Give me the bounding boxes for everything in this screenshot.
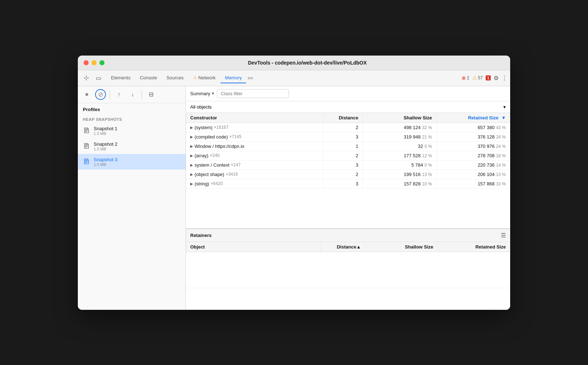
summary-select[interactable]: Summary ▾ bbox=[190, 91, 214, 96]
retained-pct: 43 % bbox=[496, 125, 506, 130]
sort-desc-icon: ▼ bbox=[501, 115, 506, 120]
constructor-cell: ▶ system / Context ×147 bbox=[186, 160, 324, 170]
shallow-size-cell: 177 52812 % bbox=[363, 151, 437, 160]
count-text: ×16167 bbox=[214, 125, 228, 130]
tab-sources[interactable]: Sources bbox=[162, 73, 188, 83]
retained-size-cell: 157 86810 % bbox=[436, 179, 510, 188]
warning-icon: ⚠ bbox=[472, 75, 477, 81]
tab-memory[interactable]: Memory bbox=[220, 73, 246, 83]
maximize-button[interactable] bbox=[99, 60, 104, 65]
heap-table: Constructor Distance Shallow Size Retain… bbox=[186, 113, 510, 189]
device-toolbar-icon[interactable]: ▭ bbox=[93, 72, 104, 83]
snapshot-icon-1: 🖹 bbox=[83, 127, 90, 135]
constructor-name: Window / https://cdpn.io bbox=[195, 144, 244, 149]
snapshot-2-name: Snapshot 2 bbox=[94, 141, 117, 147]
constructor-cell: ▶ (string) ×6420 bbox=[186, 179, 324, 188]
retained-pct: 13 % bbox=[496, 172, 506, 177]
traffic-lights bbox=[84, 60, 104, 65]
retained-pct: 24 % bbox=[496, 135, 506, 140]
distance-cell: 2 bbox=[324, 123, 363, 132]
toolbar-right: ⊗ 2 ⚠ 57 1 ⚙ ⋮ bbox=[462, 75, 507, 82]
expand-icon[interactable]: ▶ bbox=[190, 135, 193, 139]
expand-icon[interactable]: ▶ bbox=[190, 182, 193, 186]
snapshot-item-1[interactable]: 🖹 Snapshot 1 1.5 MB bbox=[78, 123, 186, 138]
expand-icon[interactable]: ▶ bbox=[190, 172, 193, 176]
toolbar-tabs: Elements Console Sources ⚠ Network Memor… bbox=[107, 73, 246, 83]
count-text: ×147 bbox=[231, 162, 241, 167]
devtools-window: DevTools - codepen.io/web-dot-dev/live/P… bbox=[78, 56, 510, 310]
tab-network[interactable]: ⚠ Network bbox=[189, 73, 220, 83]
col-ret-distance[interactable]: Distance▲ bbox=[321, 242, 365, 252]
snapshot-3-size: 1.5 MB bbox=[94, 162, 117, 167]
shallow-size-cell: 157 82810 % bbox=[363, 179, 437, 188]
retainers-table: Object Distance▲ Shallow Size Retained S… bbox=[186, 242, 510, 288]
table-row[interactable]: ▶ system / Context ×147 3 5 7840 % 220 7… bbox=[186, 160, 510, 170]
retained-size-cell: 376 12824 % bbox=[436, 132, 510, 141]
count-text: ×6420 bbox=[210, 181, 223, 186]
tab-elements[interactable]: Elements bbox=[107, 73, 135, 83]
expand-icon[interactable]: ▶ bbox=[190, 163, 193, 167]
table-row[interactable]: ▶ (array) ×240 2 177 52812 % 278 70818 % bbox=[186, 151, 510, 160]
settings-icon[interactable]: ⚙ bbox=[494, 75, 499, 82]
distance-cell: 1 bbox=[324, 141, 363, 151]
count-text: ×7145 bbox=[230, 134, 242, 139]
table-row[interactable]: ▶ (string) ×6420 3 157 82810 % 157 86810… bbox=[186, 179, 510, 188]
all-objects-label: All objects bbox=[190, 104, 211, 110]
expand-icon[interactable]: ▶ bbox=[190, 144, 193, 148]
col-constructor[interactable]: Constructor bbox=[186, 113, 324, 123]
heap-table-container: Constructor Distance Shallow Size Retain… bbox=[186, 113, 510, 228]
snapshot-item-3[interactable]: 🖹 Snapshot 3 1.5 MB bbox=[78, 154, 186, 170]
table-row[interactable]: ▶ Window / https://cdpn.io 1 320 % 370 9… bbox=[186, 141, 510, 151]
distance-cell: 2 bbox=[324, 170, 363, 179]
main-content: ● ⊘ ↑ ↓ ⊟ Profiles HEAP SNAPSHOTS 🖹 Snap… bbox=[78, 86, 510, 310]
retained-pct: 14 % bbox=[496, 163, 506, 168]
table-row[interactable]: ▶ (object shape) ×3416 2 199 51613 % 206… bbox=[186, 170, 510, 179]
distance-cell: 3 bbox=[324, 132, 363, 141]
col-shallow-size[interactable]: Shallow Size bbox=[363, 113, 437, 123]
right-panel: Summary ▾ All objects ▾ Constructor Dist… bbox=[186, 86, 510, 310]
snapshot-3-name: Snapshot 3 bbox=[94, 157, 117, 162]
all-objects-dropdown-icon: ▾ bbox=[503, 104, 506, 110]
tab-console[interactable]: Console bbox=[135, 73, 161, 83]
constructor-name: system / Context bbox=[195, 162, 230, 168]
window-title: DevTools - codepen.io/web-dot-dev/live/P… bbox=[110, 60, 504, 66]
title-bar: DevTools - codepen.io/web-dot-dev/live/P… bbox=[78, 56, 510, 70]
inspector-icon[interactable]: ⊹ bbox=[81, 72, 92, 83]
summary-dropdown-icon: ▾ bbox=[212, 91, 214, 96]
upload-button[interactable]: ↑ bbox=[113, 89, 124, 100]
warning-badge: ⚠ 57 bbox=[472, 75, 483, 81]
shallow-size-cell: 498 12432 % bbox=[363, 123, 437, 132]
retainers-empty-row bbox=[186, 252, 510, 288]
col-ret-retained-size[interactable]: Retained Size bbox=[438, 242, 510, 252]
class-filter-input[interactable] bbox=[217, 89, 289, 98]
more-tabs-button[interactable]: >> bbox=[248, 75, 253, 81]
col-ret-shallow-size[interactable]: Shallow Size bbox=[365, 242, 438, 252]
toolbar-divider-2 bbox=[142, 90, 142, 99]
table-row[interactable]: ▶ (compiled code) ×7145 3 319 94821 % 37… bbox=[186, 132, 510, 141]
download-button[interactable]: ↓ bbox=[127, 89, 138, 100]
panel-toolbar: Summary ▾ bbox=[186, 86, 510, 101]
all-objects-bar[interactable]: All objects ▾ bbox=[186, 101, 510, 113]
expand-icon[interactable]: ▶ bbox=[190, 126, 193, 129]
shallow-pct: 32 % bbox=[422, 125, 432, 130]
shallow-pct: 10 % bbox=[422, 181, 432, 186]
snapshot-item-2[interactable]: 🖹 Snapshot 2 1.5 MB bbox=[78, 138, 186, 154]
snapshot-1-size: 1.5 MB bbox=[94, 131, 117, 136]
close-button[interactable] bbox=[84, 60, 89, 65]
shallow-size-cell: 320 % bbox=[363, 141, 437, 151]
retainers-menu-icon[interactable]: ☰ bbox=[501, 232, 506, 239]
clear-button[interactable]: ⊘ bbox=[95, 89, 106, 100]
record-button[interactable]: ● bbox=[81, 89, 92, 100]
shallow-size-cell: 5 7840 % bbox=[363, 160, 437, 170]
col-retained-size[interactable]: Retained Size ▼ bbox=[436, 113, 510, 123]
clear-all-button[interactable]: ⊟ bbox=[146, 89, 156, 100]
col-distance[interactable]: Distance bbox=[324, 113, 363, 123]
col-object[interactable]: Object bbox=[186, 242, 321, 252]
retained-size-cell: 206 10413 % bbox=[436, 170, 510, 179]
minimize-button[interactable] bbox=[92, 60, 97, 65]
retained-size-cell: 370 97624 % bbox=[436, 141, 510, 151]
more-options-icon[interactable]: ⋮ bbox=[502, 75, 507, 82]
expand-icon[interactable]: ▶ bbox=[190, 154, 193, 158]
retainers-title: Retainers bbox=[190, 233, 211, 238]
table-row[interactable]: ▶ (system) ×16167 2 498 12432 % 657 3804… bbox=[186, 123, 510, 132]
